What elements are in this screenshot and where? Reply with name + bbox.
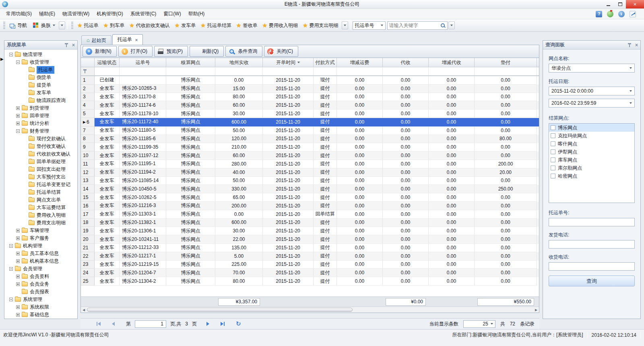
grid-cell[interactable]: 博乐20-10262-5	[120, 193, 166, 202]
grid-cell[interactable]: 40.00	[215, 168, 263, 177]
grid-cell[interactable]: 2015-11-20	[263, 277, 314, 286]
row-header-cell[interactable]: 25	[81, 277, 95, 286]
grid-cell[interactable]: 2015-11-20	[263, 244, 314, 252]
table-row[interactable]: 12全发车博乐20-11194-2博乐网点40.002015-11-20提付0.…	[81, 168, 539, 177]
grid-cell[interactable]: 65.00	[215, 193, 263, 202]
grid-cell[interactable]: 提付	[314, 177, 337, 185]
grid-cell[interactable]: 提付	[314, 235, 337, 244]
sidebar-item-提货单[interactable]: 提货单	[4, 81, 77, 89]
grid-cell[interactable]: 0.00	[383, 126, 429, 135]
table-row[interactable]: 18全发车博乐20-11382-1博乐网点600.002015-11-20提付0…	[81, 219, 539, 227]
tree-toggle-icon[interactable]: +	[16, 114, 20, 118]
page-number-input[interactable]	[135, 320, 166, 328]
info-icon[interactable]	[618, 11, 625, 17]
grid-cell[interactable]: 0.00	[475, 261, 537, 269]
grid-cell[interactable]: 0.00	[383, 261, 429, 269]
sender-phone-input[interactable]	[549, 240, 635, 249]
checkbox-icon[interactable]	[551, 166, 555, 170]
tree-toggle-icon[interactable]: +	[16, 229, 20, 232]
grid-cell[interactable]: 0.00	[429, 193, 475, 202]
checkbox-icon[interactable]	[551, 157, 555, 162]
favorite-item[interactable]: ★托运单结算	[198, 21, 234, 30]
sidebar-item-大车运费结算[interactable]: 大车运费结算	[4, 204, 77, 211]
grid-cell[interactable]: 博乐20-11199-35	[120, 143, 166, 151]
grid-cell[interactable]: 0.00	[337, 168, 383, 177]
filter-cell-核算网点[interactable]	[166, 67, 215, 75]
toolbar-grip[interactable]	[3, 22, 5, 29]
grid-cell[interactable]: 0.00	[429, 235, 475, 244]
waybill-no-input[interactable]	[549, 218, 635, 226]
site-name-combo[interactable]: 华凌分点	[549, 64, 635, 73]
tree-toggle-icon[interactable]: +	[16, 313, 20, 317]
tree-toggle-icon[interactable]: +	[16, 282, 20, 286]
row-header-cell[interactable]: 3	[81, 93, 95, 102]
panel-close-icon[interactable]: ×	[72, 43, 75, 47]
grid-cell[interactable]: 博乐网点	[166, 252, 215, 261]
grid-cell[interactable]: 全发车	[95, 168, 120, 177]
grid-cell[interactable]: 15.00	[215, 85, 263, 93]
table-row[interactable]: 24全发车博乐20-11204-7博乐网点70.002015-11-20提付0.…	[81, 269, 539, 277]
grid-cell[interactable]: 博乐20-11303-1	[120, 210, 166, 219]
minimize-button[interactable]	[603, 0, 614, 8]
grid-cell[interactable]: 全发车	[95, 210, 120, 219]
grid-cell[interactable]: 0.00	[337, 235, 383, 244]
row-header-cell[interactable]: 16	[81, 202, 95, 210]
logout-icon[interactable]	[630, 11, 636, 17]
table-row[interactable]: 8全发车博乐20-11185-6博乐网点120.002015-11-20提付0.…	[81, 135, 539, 143]
date-from-combo[interactable]: 2015-11-02 0:00:00	[549, 87, 635, 95]
grid-cell[interactable]: 全发车	[95, 101, 120, 110]
tree-toggle-icon[interactable]: -	[9, 244, 13, 248]
sidebar-item-会员资料[interactable]: +会员资料	[4, 273, 77, 280]
sidebar-item-代收款收支确认[interactable]: 代收款收支确认	[4, 150, 77, 158]
grid-cell[interactable]: 120.00	[215, 135, 263, 143]
grid-cell[interactable]: 0.00	[429, 244, 475, 252]
settle-option-克拉玛依网点[interactable]: 克拉玛依网点	[549, 132, 634, 140]
grid-cell[interactable]: 博乐网点	[166, 110, 215, 118]
column-header-代收[interactable]: 代收	[383, 58, 429, 67]
row-header-cell[interactable]: 14	[81, 185, 95, 193]
row-header-cell[interactable]: 15	[81, 193, 95, 202]
table-row[interactable]: 25全发车博乐20-11304-2博乐网点80.002015-11-20提付0.…	[81, 277, 539, 286]
table-row[interactable]: 16全发车博乐20-11216-3博乐网点200.002015-11-20提付0…	[81, 202, 539, 210]
sidebar-item-会员业务[interactable]: +会员业务	[4, 280, 77, 288]
grid-cell[interactable]: 135.00	[215, 244, 263, 252]
row-header-cell[interactable]: 2	[81, 85, 95, 93]
grid-cell[interactable]: 0.00	[383, 101, 429, 110]
filter-cell-地州实收[interactable]	[215, 67, 263, 75]
grid-cell[interactable]: 博乐20-10450-5	[120, 185, 166, 193]
page-size-combo[interactable]: 25	[463, 320, 495, 328]
favorites-overflow-button[interactable]	[342, 21, 348, 29]
grid-cell[interactable]: 全发车	[95, 219, 120, 227]
grid-cell[interactable]: 0.00	[475, 219, 537, 227]
sidebar-item-现付交款确认[interactable]: 现付交款确认	[4, 135, 77, 143]
grid-cell[interactable]: 20.00	[475, 168, 537, 177]
grid-cell[interactable]: 0.00	[429, 110, 475, 118]
favorite-item[interactable]: ★发车单	[172, 21, 198, 30]
grid-cell[interactable]: 博乐20-11172-40	[120, 118, 166, 126]
grid-cell[interactable]: 5.00	[215, 252, 263, 261]
tree-toggle-icon[interactable]: -	[9, 298, 13, 301]
grid-cell[interactable]: 0.00	[475, 143, 537, 151]
toolbar-grip[interactable]	[71, 22, 73, 29]
grid-cell[interactable]: 博乐20-11194-2	[120, 168, 166, 177]
grid-cell[interactable]: 0.00	[337, 126, 383, 135]
grid-cell[interactable]: 0.00	[337, 193, 383, 202]
grid-cell[interactable]: 博乐20-11216-3	[120, 202, 166, 210]
menu-item[interactable]: 帮助(H)	[185, 9, 208, 19]
scrollbar-thumb[interactable]	[87, 308, 353, 312]
grid-cell[interactable]: 博乐网点	[166, 160, 215, 168]
column-header-地州实收[interactable]: 地州实收	[215, 58, 263, 67]
filter-cell-运输状态[interactable]	[95, 67, 120, 75]
favorite-item[interactable]: ★代收款收支确认	[127, 21, 172, 30]
sidebar-item-回单管理[interactable]: +回单管理	[4, 112, 77, 120]
previous-page-button[interactable]	[112, 322, 115, 326]
first-page-button[interactable]	[97, 322, 101, 326]
grid-cell[interactable]: 0.00	[383, 135, 429, 143]
date-to-combo[interactable]: 2016-02-02 23:59:59	[549, 99, 635, 108]
grid-cell[interactable]: 60.00	[215, 151, 263, 160]
search-field-combo[interactable]: 托运单号	[353, 21, 386, 30]
tree-toggle-icon[interactable]: +	[16, 106, 20, 110]
sidebar-item-费用收入明细[interactable]: 费用收入明细	[4, 211, 77, 219]
table-row[interactable]: 19全发车博乐20-11306-1博乐网点30.002015-11-20提付0.…	[81, 227, 539, 235]
grid-cell[interactable]: 0.00	[383, 277, 429, 286]
